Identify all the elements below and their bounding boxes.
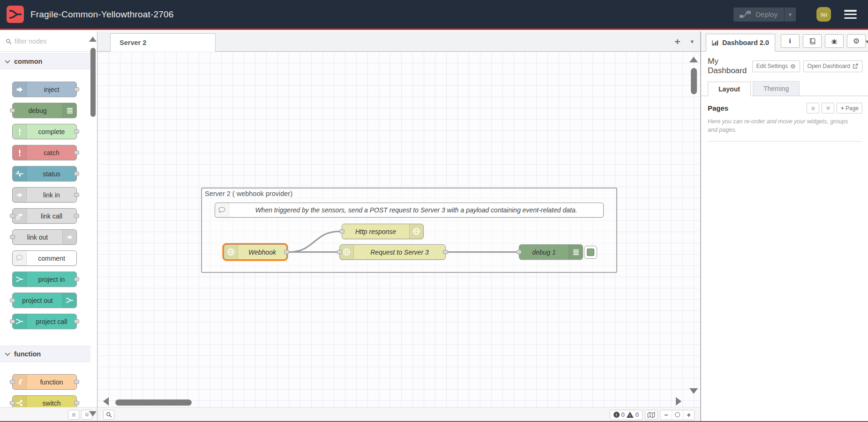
move-page-up-button[interactable] bbox=[807, 103, 819, 113]
palette-node-link-in[interactable]: link in bbox=[12, 187, 77, 203]
palette-category-function[interactable]: function bbox=[0, 346, 90, 362]
flow-node-label: Http response bbox=[342, 224, 409, 239]
filter-nodes-input[interactable] bbox=[15, 38, 80, 45]
palette-scrollbar-thumb[interactable] bbox=[90, 48, 96, 117]
sidebar-tab-dashboard[interactable]: Dashboard 2.0 bbox=[706, 34, 775, 52]
palette-node-link-out[interactable]: link out bbox=[12, 229, 77, 245]
sidebar-tab-debug[interactable] bbox=[825, 34, 844, 48]
tab-layout[interactable]: Layout bbox=[708, 82, 751, 96]
flow-tab-server-2[interactable]: Server 2 bbox=[110, 33, 216, 52]
node-port-out bbox=[74, 277, 79, 281]
add-page-button[interactable]: + Page bbox=[837, 103, 862, 113]
flow-canvas[interactable]: Server 2 ( webhook provider) When trigge… bbox=[97, 52, 700, 407]
page-title: Fragile-Common-Yellowthroat-2706 bbox=[30, 9, 174, 20]
exclamation-icon bbox=[13, 124, 27, 139]
move-page-down-button[interactable] bbox=[822, 103, 834, 113]
dashboard-tabs: Layout Theming bbox=[701, 80, 868, 96]
node-port-out[interactable] bbox=[284, 250, 289, 254]
flow-node-debug1[interactable]: debug 1 bbox=[519, 244, 583, 260]
tab-layout-label: Layout bbox=[718, 85, 740, 93]
node-port-out bbox=[74, 172, 79, 176]
palette-node-complete[interactable]: complete bbox=[12, 124, 77, 139]
palette-node-label: link call bbox=[27, 209, 76, 223]
status-badge[interactable]: ! 0 ! 0 bbox=[610, 410, 643, 420]
sidebar-tab-config[interactable]: ⚙ bbox=[847, 34, 866, 48]
flowfuse-icon bbox=[62, 293, 76, 308]
node-port-in bbox=[10, 108, 15, 113]
zoom-in-button[interactable]: + bbox=[683, 410, 694, 420]
deploy-options-caret[interactable]: ▾ bbox=[784, 8, 796, 22]
editor-body: commoninjectdebugcompletecatchstatuslink… bbox=[0, 31, 868, 422]
palette-node-label: project call bbox=[27, 314, 76, 329]
palette-node-function[interactable]: ffunction bbox=[12, 374, 77, 390]
canvas-search-button[interactable] bbox=[103, 410, 114, 420]
sidebar-options-caret[interactable]: ▾ bbox=[866, 38, 868, 45]
canvas-scroll-up-arrow[interactable] bbox=[689, 57, 698, 62]
palette-node-project-call[interactable]: project call bbox=[12, 314, 77, 329]
navigator-map-button[interactable] bbox=[645, 410, 658, 420]
palette-node-debug[interactable]: debug bbox=[12, 103, 77, 118]
palette-node-project-in[interactable]: project in bbox=[12, 271, 77, 287]
palette-category-common[interactable]: common bbox=[0, 53, 90, 69]
palette-scroll-up-arrow[interactable] bbox=[89, 37, 97, 42]
flow-list-caret[interactable]: ▾ bbox=[690, 38, 694, 45]
add-page-label: Page bbox=[846, 105, 859, 112]
palette-node-label: debug bbox=[13, 103, 62, 118]
palette-node-switch[interactable]: switch bbox=[12, 395, 77, 407]
canvas-vscrollbar-thumb[interactable] bbox=[691, 68, 697, 94]
bar-chart-icon bbox=[712, 40, 719, 46]
book-icon bbox=[808, 38, 816, 45]
node-port-out[interactable] bbox=[443, 250, 448, 254]
palette-collapse-all-button[interactable] bbox=[68, 410, 79, 420]
palette-node-link-call[interactable]: link call bbox=[12, 208, 77, 224]
palette-node-label: catch bbox=[27, 145, 76, 160]
node-port-out bbox=[74, 319, 79, 324]
palette-node-label: function bbox=[27, 375, 76, 389]
debug-toggle-button[interactable] bbox=[584, 246, 597, 259]
app-header: Fragile-Common-Yellowthroat-2706 Deploy … bbox=[0, 0, 868, 30]
palette-category-label: common bbox=[14, 58, 42, 65]
edit-settings-button[interactable]: Edit Settings ⚙ bbox=[752, 60, 800, 72]
zoom-reset-button[interactable] bbox=[672, 410, 683, 420]
debug-toggle-state bbox=[587, 249, 594, 256]
open-dashboard-button[interactable]: Open Dashboard bbox=[803, 60, 862, 72]
flow-node-webhook[interactable]: Webhook bbox=[224, 244, 287, 260]
palette-node-inject[interactable]: inject bbox=[12, 82, 77, 97]
plus-icon: + bbox=[840, 105, 844, 112]
tab-theming[interactable]: Theming bbox=[753, 81, 800, 96]
flow-node-http-response[interactable]: Http response bbox=[342, 224, 424, 239]
deploy-button[interactable]: Deploy ▾ bbox=[733, 8, 796, 22]
node-port-in bbox=[10, 380, 15, 384]
canvas-scroll-right-arrow[interactable] bbox=[676, 397, 681, 406]
main-menu-icon[interactable] bbox=[844, 10, 857, 19]
user-avatar[interactable]: su bbox=[816, 7, 831, 22]
node-port-in[interactable] bbox=[339, 229, 344, 234]
node-port-in[interactable] bbox=[337, 250, 342, 254]
gear-icon: ⚙ bbox=[790, 63, 796, 70]
zoom-out-button[interactable]: − bbox=[660, 410, 672, 420]
debug-list-icon bbox=[62, 103, 76, 118]
palette-scroll-down-arrow[interactable] bbox=[89, 411, 97, 416]
gear-icon: ⚙ bbox=[853, 37, 860, 45]
globe-icon bbox=[224, 245, 238, 259]
canvas-scroll-left-arrow[interactable] bbox=[103, 397, 109, 406]
link-arrow-icon bbox=[13, 188, 27, 202]
deploy-button-label: Deploy bbox=[756, 10, 778, 18]
exclamation-icon bbox=[13, 145, 27, 160]
canvas-scroll-down-arrow[interactable] bbox=[689, 388, 698, 394]
node-port-in[interactable] bbox=[516, 250, 522, 254]
add-flow-button[interactable]: + bbox=[674, 37, 680, 46]
palette-node-catch[interactable]: catch bbox=[12, 145, 77, 160]
palette-node-comment[interactable]: comment bbox=[12, 250, 77, 266]
sidebar-tab-info[interactable]: i bbox=[781, 34, 800, 48]
dashboard-title: My Dashboard bbox=[708, 57, 752, 75]
palette-node-project-out[interactable]: project out bbox=[12, 293, 77, 308]
wire-webhook-to-http-response[interactable] bbox=[289, 232, 339, 252]
sidebar-tab-help[interactable] bbox=[803, 34, 822, 48]
palette-node-label: complete bbox=[27, 124, 76, 139]
palette-node-label: project in bbox=[27, 272, 76, 286]
flow-node-request[interactable]: Request to Server 3 bbox=[339, 244, 446, 260]
inject-icon bbox=[13, 82, 27, 97]
palette-node-status[interactable]: status bbox=[12, 166, 77, 181]
canvas-hscrollbar-thumb[interactable] bbox=[115, 399, 192, 406]
